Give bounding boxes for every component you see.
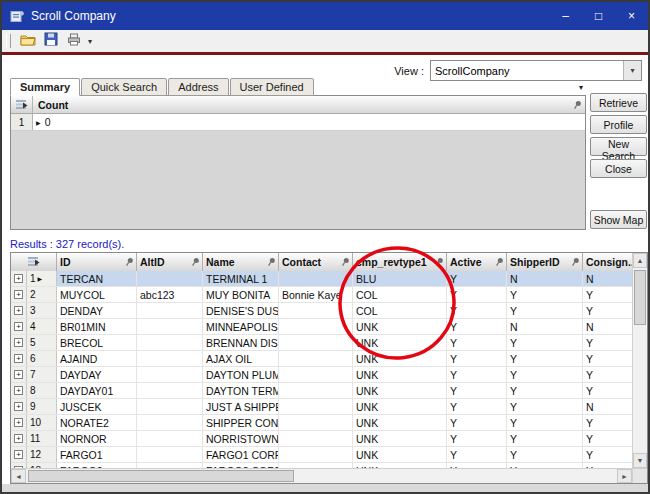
cell[interactable]: [279, 319, 353, 334]
expand-icon[interactable]: +: [14, 370, 23, 379]
table-row[interactable]: +6AJAINDAJAX OILUNKYYY: [11, 351, 632, 367]
cell[interactable]: [279, 447, 353, 462]
cell[interactable]: N: [583, 399, 632, 414]
cell[interactable]: MUYCOL: [57, 287, 137, 302]
cell[interactable]: UNK: [353, 351, 447, 366]
table-row[interactable]: +4BR01MINMINNEAPOLIS...UNKYNN: [11, 319, 632, 335]
cell[interactable]: [279, 431, 353, 446]
tab-list-dropdown-icon[interactable]: ▾: [579, 83, 583, 92]
expand-icon[interactable]: +: [14, 274, 23, 283]
column-header-shipperid[interactable]: ShipperID: [507, 253, 583, 271]
cell[interactable]: NORATE2: [57, 415, 137, 430]
cell[interactable]: MUY BONITA: [203, 287, 279, 302]
close-search-button[interactable]: Close: [590, 159, 647, 178]
cell[interactable]: [137, 319, 203, 334]
table-row[interactable]: +11NORNORNORRISTOWN,...UNKYYY: [11, 431, 632, 447]
cell[interactable]: Y: [447, 303, 507, 318]
cell[interactable]: Y: [507, 367, 583, 382]
select-all-button[interactable]: [11, 253, 57, 271]
cell[interactable]: [137, 367, 203, 382]
table-row[interactable]: +7DAYDAYDAYTON PLUM...UNKYYY: [11, 367, 632, 383]
cell[interactable]: FARGO1 CORP: [203, 447, 279, 462]
cell[interactable]: [279, 367, 353, 382]
scroll-right-icon[interactable]: ►: [617, 469, 632, 483]
cell[interactable]: Y: [447, 399, 507, 414]
cell[interactable]: UNK: [353, 415, 447, 430]
expand-icon[interactable]: +: [14, 338, 23, 347]
table-row[interactable]: +8DAYDAY01DAYTON TERMI...UNKYYY: [11, 383, 632, 399]
cell[interactable]: Y: [583, 447, 632, 462]
cell[interactable]: [279, 351, 353, 366]
cell[interactable]: SHIPPER CONSI...: [203, 415, 279, 430]
pin-icon[interactable]: [341, 257, 350, 267]
expand-icon[interactable]: +: [14, 418, 23, 427]
tab-address[interactable]: Address: [168, 78, 228, 96]
cell[interactable]: Y: [447, 447, 507, 462]
horizontal-scrollbar[interactable]: ◄ ►: [11, 468, 632, 483]
cell[interactable]: UNK: [353, 399, 447, 414]
cell[interactable]: Y: [447, 431, 507, 446]
new-search-button[interactable]: New Search: [590, 137, 647, 156]
save-button[interactable]: [39, 31, 62, 52]
pin-icon[interactable]: [267, 257, 276, 267]
cell[interactable]: N: [583, 319, 632, 334]
cell[interactable]: COL: [353, 287, 447, 302]
cell[interactable]: UNK: [353, 447, 447, 462]
cell[interactable]: Y: [447, 271, 507, 286]
expand-icon[interactable]: +: [14, 402, 23, 411]
cell[interactable]: [279, 271, 353, 286]
cell[interactable]: DAYTON TERMI...: [203, 383, 279, 398]
cell[interactable]: UNK: [353, 335, 447, 350]
cell[interactable]: BR01MIN: [57, 319, 137, 334]
column-header-id[interactable]: ID: [57, 253, 137, 271]
combo-dropdown-icon[interactable]: ▾: [623, 61, 641, 80]
column-header-altid[interactable]: AltID: [137, 253, 203, 271]
cell[interactable]: COL: [353, 303, 447, 318]
minimize-button[interactable]: –: [549, 2, 582, 30]
cell[interactable]: Y: [583, 335, 632, 350]
table-row[interactable]: +3DENDAYDENISE'S DUST...COLYYY: [11, 303, 632, 319]
cell[interactable]: [279, 399, 353, 414]
view-combobox[interactable]: ScrollCompany ▾: [430, 60, 642, 81]
expand-icon[interactable]: +: [14, 290, 23, 299]
cell[interactable]: [279, 335, 353, 350]
cell[interactable]: Y: [507, 431, 583, 446]
vertical-scrollbar[interactable]: ▲ ▼: [632, 253, 647, 468]
cell[interactable]: Y: [447, 319, 507, 334]
cell[interactable]: BRECOL: [57, 335, 137, 350]
expand-icon[interactable]: +: [14, 306, 23, 315]
maximize-button[interactable]: □: [582, 2, 615, 30]
cell[interactable]: MINNEAPOLIS...: [203, 319, 279, 334]
cell[interactable]: Y: [447, 383, 507, 398]
cell[interactable]: [137, 271, 203, 286]
cell[interactable]: [279, 303, 353, 318]
cell[interactable]: UNK: [353, 383, 447, 398]
cell[interactable]: BLU: [353, 271, 447, 286]
cell[interactable]: DENISE'S DUST...: [203, 303, 279, 318]
cell[interactable]: Y: [447, 415, 507, 430]
cell[interactable]: Y: [507, 415, 583, 430]
column-header-consign[interactable]: Consign...: [583, 253, 632, 271]
cell[interactable]: Y: [507, 303, 583, 318]
open-button[interactable]: [16, 31, 39, 52]
pin-icon[interactable]: [495, 257, 504, 267]
cell[interactable]: [279, 415, 353, 430]
cell[interactable]: Y: [447, 367, 507, 382]
count-column-header[interactable]: Count: [33, 96, 585, 113]
horizontal-scroll-thumb[interactable]: [28, 470, 294, 482]
table-row[interactable]: +5BRECOLBRENNAN DIST...UNKYYY: [11, 335, 632, 351]
cell[interactable]: NORNOR: [57, 431, 137, 446]
scroll-down-icon[interactable]: ▼: [633, 453, 647, 468]
table-row[interactable]: +2MUYCOLabc123MUY BONITABonnie KayeCOLYY…: [11, 287, 632, 303]
cell[interactable]: Y: [583, 287, 632, 302]
column-header-name[interactable]: Name: [203, 253, 279, 271]
scroll-up-icon[interactable]: ▲: [633, 253, 647, 268]
show-map-button[interactable]: Show Map: [590, 210, 647, 229]
table-row[interactable]: +1▶TERCANTERMINAL 1BLUYNN: [11, 271, 632, 287]
cell[interactable]: JUSCEK: [57, 399, 137, 414]
cell[interactable]: Y: [507, 383, 583, 398]
pin-icon[interactable]: [573, 100, 582, 110]
expand-icon[interactable]: +: [14, 354, 23, 363]
cell[interactable]: Y: [583, 351, 632, 366]
cell[interactable]: DAYTON PLUM...: [203, 367, 279, 382]
